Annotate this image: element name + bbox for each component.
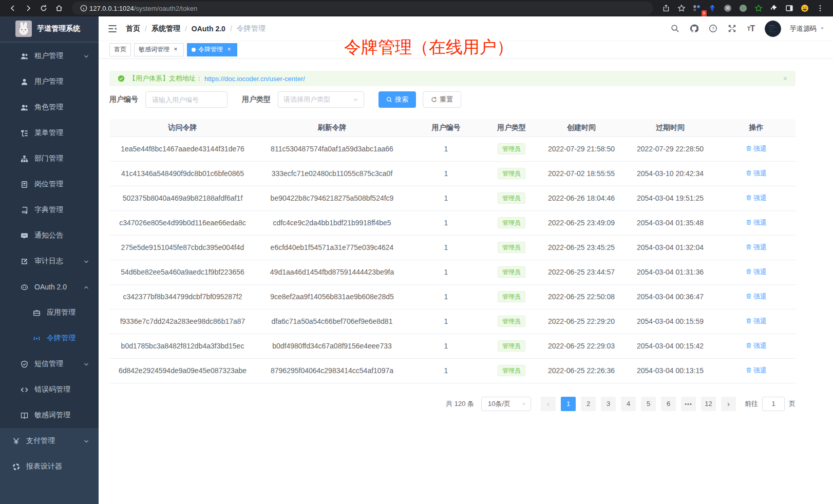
user-id-cell: 1 xyxy=(408,309,484,334)
extension-record-icon[interactable] xyxy=(735,2,751,15)
sidebar-item[interactable]: 报表设计器 xyxy=(0,454,99,479)
extension-command-icon[interactable]: ⌘ xyxy=(720,2,735,15)
user-type-select[interactable]: 请选择用户类型 xyxy=(278,91,364,108)
sidebar-item[interactable]: 角色管理 xyxy=(0,94,99,120)
sidebar-item[interactable]: 用户管理 xyxy=(0,69,99,94)
page-size-select[interactable]: 10条/页 xyxy=(481,397,531,411)
extension-grid-icon[interactable]: 9 xyxy=(689,2,705,15)
goto-page-input[interactable] xyxy=(762,397,785,411)
force-logout-button[interactable]: 强退 xyxy=(746,317,767,326)
sidebar-item[interactable]: 短信管理 xyxy=(0,351,99,377)
force-logout-button[interactable]: 强退 xyxy=(746,267,767,277)
github-icon[interactable] xyxy=(689,24,699,34)
sidebar-item[interactable]: 令牌管理 xyxy=(0,325,99,351)
page-button[interactable]: 2 xyxy=(581,397,596,411)
chevron-down-icon xyxy=(820,25,825,32)
table-row: b0d1785bc3a8482f812db4a3f3bd15ecb0df4980… xyxy=(109,334,796,358)
force-logout-button[interactable]: 强退 xyxy=(746,193,767,203)
tag-close-icon[interactable]: × xyxy=(225,46,233,53)
search-button[interactable]: 搜索 xyxy=(378,91,416,108)
force-logout-button[interactable]: 强退 xyxy=(746,243,767,252)
tag-item[interactable]: 敏感词管理× xyxy=(134,43,184,56)
breadcrumb-item[interactable]: OAuth 2.0 xyxy=(192,25,225,33)
trash-icon xyxy=(746,342,752,350)
forward-icon[interactable] xyxy=(21,2,36,15)
bookmark-star-icon[interactable] xyxy=(674,2,689,15)
sidebar-item[interactable]: 租户管理 xyxy=(0,43,99,69)
profile-emoji-icon[interactable] xyxy=(797,2,812,15)
help-icon[interactable]: ? xyxy=(708,24,718,34)
next-page-button[interactable]: › xyxy=(721,397,736,411)
sidebar-item[interactable]: 菜单管理 xyxy=(0,120,99,146)
sidebar-item[interactable]: 敏感词管理 xyxy=(0,402,99,428)
force-logout-button[interactable]: 强退 xyxy=(746,169,767,178)
goto-page: 前往 页 xyxy=(745,397,796,411)
sidebar-item[interactable]: 审计日志 xyxy=(0,248,99,274)
user-menu[interactable]: 芋道源码 xyxy=(790,24,825,33)
info-icon[interactable] xyxy=(78,2,89,15)
force-logout-button[interactable]: 强退 xyxy=(746,341,767,351)
tag-item[interactable]: 令牌管理× xyxy=(187,43,237,56)
sidebar-item[interactable]: 岗位管理 xyxy=(0,171,99,197)
sidebar-toggle-icon[interactable] xyxy=(107,24,118,34)
access-token-cell: 54d6be82ee5a460a9aedc1f9bf223656 xyxy=(109,260,256,284)
force-logout-button[interactable]: 强退 xyxy=(746,366,767,375)
extension-green-star-icon[interactable] xyxy=(751,2,766,15)
extension-gem-icon[interactable] xyxy=(705,2,720,15)
browser-chrome: 127.0.0.1:1024/system/oauth2/token 9 ⌘ xyxy=(0,0,833,16)
sidebar-item[interactable]: 部门管理 xyxy=(0,146,99,171)
user-type-badge: 管理员 xyxy=(498,168,525,179)
font-size-icon[interactable]: TT xyxy=(746,24,756,34)
user-id-input[interactable] xyxy=(145,91,228,108)
share-icon[interactable] xyxy=(658,2,674,15)
pay-icon xyxy=(12,437,20,445)
prev-page-button[interactable]: ‹ xyxy=(541,397,556,411)
user-type-cell: 管理员 xyxy=(484,235,539,260)
more-pages-button[interactable]: ••• xyxy=(681,397,696,411)
app-logo[interactable]: 芋道管理系统 xyxy=(0,16,99,41)
sidebar-item[interactable]: 应用管理 xyxy=(0,300,99,325)
access-token-cell: 502375b8040a469a9b82188afdf6af1f xyxy=(109,186,256,210)
reset-button-label: 重置 xyxy=(440,95,453,104)
sidebar-item[interactable]: 支付管理 xyxy=(0,428,99,454)
page-button[interactable]: 1 xyxy=(561,397,576,411)
breadcrumb-separator: / xyxy=(185,25,187,33)
avatar[interactable] xyxy=(765,21,781,37)
page-button[interactable]: 12 xyxy=(701,397,716,411)
reset-button[interactable]: 重置 xyxy=(423,91,461,108)
alert-doc-link[interactable]: https://doc.iocoder.cn/user-center/ xyxy=(204,75,305,83)
breadcrumb-item[interactable]: 系统管理 xyxy=(152,24,180,33)
sidebar-item-label: 敏感词管理 xyxy=(34,411,70,420)
home-icon[interactable] xyxy=(51,2,67,15)
browser-menu-icon[interactable] xyxy=(812,2,828,15)
page-button[interactable]: 6 xyxy=(661,397,676,411)
force-logout-button[interactable]: 强退 xyxy=(746,218,767,227)
user-type-placeholder: 请选择用户类型 xyxy=(283,95,330,104)
search-icon[interactable] xyxy=(670,24,680,34)
extensions-puzzle-icon[interactable] xyxy=(766,2,782,15)
sidebar-item[interactable]: OAuth 2.0 xyxy=(0,274,99,300)
force-logout-button[interactable]: 强退 xyxy=(746,292,767,301)
page-button[interactable]: 3 xyxy=(601,397,616,411)
search-icon xyxy=(386,96,392,103)
sidebar-item[interactable]: 错误码管理 xyxy=(0,377,99,402)
sidebar-item[interactable]: 通知公告 xyxy=(0,223,99,248)
alert-close-icon[interactable]: × xyxy=(783,74,787,83)
reload-icon[interactable] xyxy=(36,2,51,15)
tag-close-icon[interactable]: × xyxy=(172,46,179,53)
created-time-cell: 2022-07-29 21:58:50 xyxy=(539,137,623,161)
page-button[interactable]: 4 xyxy=(621,397,636,411)
side-panel-icon[interactable] xyxy=(782,2,797,15)
sidebar-item-label: 角色管理 xyxy=(34,103,63,112)
force-logout-button[interactable]: 强退 xyxy=(746,144,767,153)
trash-icon xyxy=(746,293,752,301)
sidebar-item[interactable]: 字典管理 xyxy=(0,197,99,223)
user-type-cell: 管理员 xyxy=(484,358,539,383)
page-button[interactable]: 5 xyxy=(641,397,656,411)
expire-time-cell: 2054-03-04 00:36:47 xyxy=(623,284,717,309)
address-bar[interactable]: 127.0.0.1:1024/system/oauth2/token xyxy=(72,2,653,15)
fullscreen-icon[interactable] xyxy=(727,24,737,34)
breadcrumb-item[interactable]: 首页 xyxy=(126,24,140,33)
tag-item[interactable]: 首页 xyxy=(109,43,131,56)
back-icon[interactable] xyxy=(5,2,21,15)
